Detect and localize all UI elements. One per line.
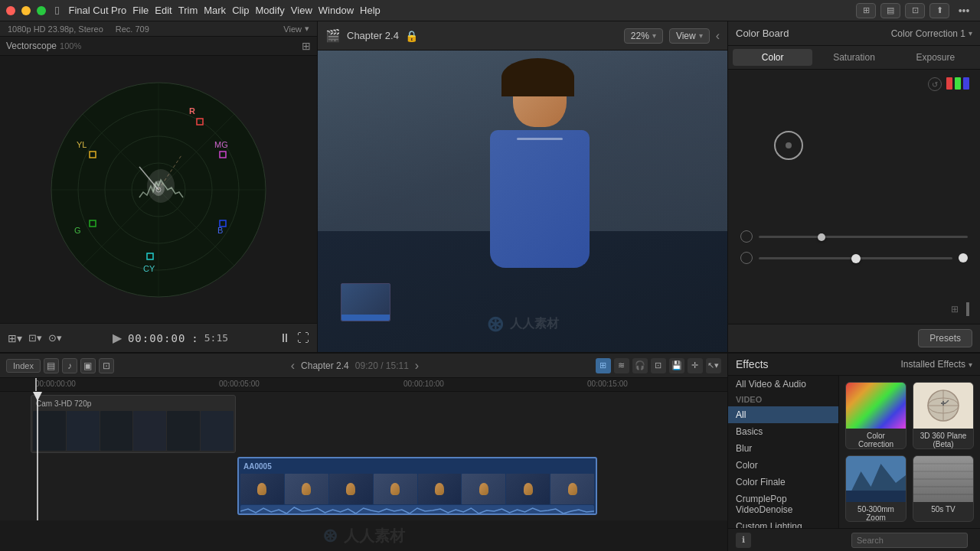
shadows-slider-thumb[interactable] [818, 233, 825, 241]
menu-modify[interactable]: Modify [256, 5, 285, 16]
color-pause-icon[interactable] [966, 302, 969, 316]
svg-text:YL: YL [77, 140, 87, 149]
midtones-second-thumb[interactable] [959, 253, 968, 262]
effects-cat-basics[interactable]: Basics [728, 423, 838, 440]
effects-cat-all-video-audio[interactable]: All Video & Audio [728, 376, 838, 393]
timeline-clip-btn[interactable]: ▤ [44, 358, 59, 373]
timeline-audio-wave-btn[interactable]: ≋ [614, 358, 629, 373]
maximize-button[interactable] [37, 6, 46, 15]
effects-cat-crumplepop[interactable]: CrumplePop VideoDenoise [728, 491, 838, 518]
midtones-radio-button[interactable] [740, 252, 753, 264]
timeline-next-button[interactable]: › [415, 359, 419, 373]
color-board-panel: Color Board Color Correction 1 ▾ Color S… [727, 21, 980, 352]
menu-edit[interactable]: Edit [155, 5, 172, 16]
ruler-mark-3: 00:00:15:00 [587, 380, 628, 388]
format-label: 1080p HD 23.98p, Stereo [8, 24, 103, 34]
view-options-dropdown[interactable]: View ▾ [669, 28, 710, 44]
effects-search-input[interactable] [851, 533, 968, 548]
effects-cat-color-finale[interactable]: Color Finale [728, 474, 838, 491]
position-btn[interactable]: ⊙▾ [48, 332, 62, 344]
playhead-line [35, 378, 37, 391]
inspector-button[interactable]: ⊡ [905, 3, 925, 18]
menu-mark[interactable]: Mark [204, 5, 226, 16]
close-button[interactable] [6, 6, 15, 15]
filmstrip-frame-woman [285, 474, 328, 504]
vectorscope-expand-icon[interactable]: ⊞ [302, 40, 311, 52]
color-adjustment-area: ↺ [728, 70, 980, 324]
pause-button[interactable]: ⏸ [279, 331, 291, 345]
tab-exposure[interactable]: Exposure [896, 49, 975, 66]
fullscreen-button[interactable]: ⛶ [297, 331, 309, 345]
menu-window[interactable]: Window [318, 5, 354, 16]
timeline-crosshair-btn[interactable]: ✛ [688, 358, 703, 373]
minimize-button[interactable] [21, 6, 31, 15]
track-row-2: AA0005 [0, 457, 727, 517]
presets-button[interactable]: Presets [918, 329, 972, 347]
installed-effects-dropdown[interactable]: Installed Effects ▾ [901, 359, 973, 370]
share-button[interactable]: ⬆ [929, 3, 949, 18]
midtones-slider-thumb[interactable] [851, 254, 861, 263]
track-clip-2[interactable]: AA0005 [237, 457, 597, 515]
svg-text:G: G [74, 226, 81, 235]
vectorscope-display: R MG YL B G CY [0, 56, 317, 323]
timeline-audio-btn[interactable]: ♪ [62, 358, 77, 373]
tools-btn[interactable]: ⊞▾ [8, 332, 22, 344]
timeline-save-btn[interactable]: 💾 [669, 358, 684, 373]
tab-color[interactable]: Color [733, 49, 812, 66]
effect-card-tv[interactable]: 50s TV [913, 455, 974, 523]
grid-view-button[interactable]: ⊞ [856, 3, 876, 18]
menu-trim[interactable]: Trim [178, 5, 198, 16]
color-puck-area [728, 70, 980, 223]
color-correction-dropdown[interactable]: Color Correction 1 ▾ [891, 28, 972, 39]
effect-card-3d360[interactable]: 3D 360 Plane (Beta) [913, 382, 974, 449]
vectorscope-circle: R MG YL B G CY [47, 79, 270, 301]
list-view-button[interactable]: ▤ [880, 3, 900, 18]
index-button[interactable]: Index [6, 359, 41, 373]
tab-saturation[interactable]: Saturation [814, 49, 893, 66]
effects-cat-blur[interactable]: Blur [728, 440, 838, 457]
menu-clip[interactable]: Clip [232, 5, 249, 16]
effects-cat-color[interactable]: Color [728, 457, 838, 474]
shadows-radio-button[interactable] [740, 230, 753, 243]
play-button[interactable]: ▶ [113, 331, 122, 345]
color-board-tabs: Color Saturation Exposure [728, 46, 980, 70]
track-clip-1[interactable]: Cam 3-HD 720p [31, 395, 236, 453]
menu-view[interactable]: View [291, 5, 312, 16]
menu-help[interactable]: Help [360, 5, 381, 16]
svg-text:R: R [189, 106, 195, 116]
color-grid-icon[interactable]: ⊞ [948, 302, 962, 316]
ruler-mark-2: 00:00:10:00 [403, 380, 444, 388]
menu-file[interactable]: File [132, 5, 149, 16]
filmstrip-frame-woman [329, 474, 373, 504]
zoom-dropdown[interactable]: 22% ▾ [624, 28, 663, 44]
menu-finalcutpro[interactable]: Final Cut Pro [68, 5, 126, 16]
effect-card-color-correction[interactable]: Color Correction [845, 382, 906, 449]
effects-info-button[interactable]: ℹ [736, 533, 751, 548]
view-dropdown[interactable]: View ▾ [283, 24, 309, 34]
watermark: ⊛ 人人素材 [486, 311, 559, 337]
cursor-tool-btn[interactable]: ↖▾ [706, 358, 721, 373]
effects-cat-all[interactable]: All [728, 406, 838, 423]
installed-effects-chevron-icon: ▾ [969, 360, 972, 369]
filmstrip-frame-woman [550, 474, 594, 504]
back-nav-button[interactable]: ‹ [716, 29, 720, 43]
more-options-button[interactable]: ••• [954, 3, 974, 18]
track-clip-1-inner: Cam 3-HD 720p [31, 396, 235, 411]
snap-btn[interactable]: ⊡▾ [28, 332, 42, 344]
filmstrip-frame [201, 411, 234, 451]
filmstrip-2 [239, 474, 596, 504]
timeline-monitor-btn[interactable]: ⊡ [651, 358, 666, 373]
global-color-puck[interactable] [774, 131, 803, 160]
timeline-headphones-icon[interactable]: 🎧 [632, 358, 648, 373]
effect-card-zoom[interactable]: 50-300mm Zoom [845, 455, 906, 523]
timeline-blue-btn[interactable]: ⊞ [596, 358, 611, 373]
timeline-video-btn[interactable]: ▣ [80, 358, 96, 373]
bottom-section: Index ▤ ♪ ▣ ⊡ ‹ Chapter 2.4 09:20 / 15:1… [0, 352, 980, 551]
timeline-timecode: 09:20 / 15:11 [355, 360, 409, 371]
camera-icon: 🎬 [325, 28, 341, 43]
track-label-1: Cam 3-HD 720p [36, 399, 91, 408]
timeline-transform-btn[interactable]: ⊡ [99, 358, 114, 373]
ruler-mark-0: 00:00:00:00 [35, 380, 76, 388]
effects-cat-custom-lighting[interactable]: Custom Lighting [728, 518, 838, 528]
timeline-prev-button[interactable]: ‹ [291, 359, 295, 373]
